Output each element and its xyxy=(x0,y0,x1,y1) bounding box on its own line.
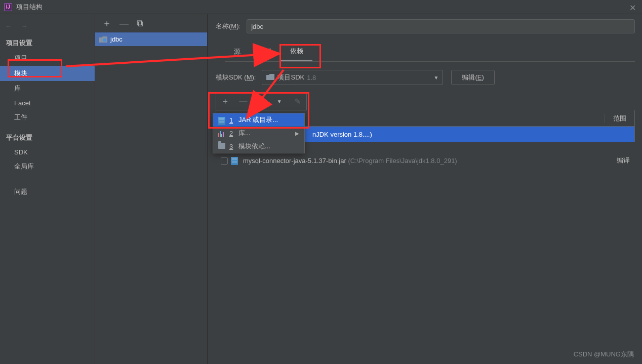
titlebar: IJ 项目结构 ✕ xyxy=(0,0,642,14)
name-row: 名称(M): xyxy=(216,19,635,33)
module-item-label: jdbc xyxy=(110,35,123,43)
add-dependency-popup: 1 JAR 或目录... 2 库... ▶ 3 模块依赖... xyxy=(213,113,305,153)
tab-paths[interactable]: 路径 xyxy=(250,43,281,61)
content: ← → 项目设置 项目 模块 库 Facet 工件 平台设置 SDK 全局库 问… xyxy=(0,14,642,364)
nav-item-project[interactable]: 项目 xyxy=(0,51,95,66)
popup-item-jar[interactable]: 1 JAR 或目录... xyxy=(213,113,304,127)
tab-sources[interactable]: 源 xyxy=(225,43,250,61)
popup-item-library[interactable]: 2 库... ▶ xyxy=(213,127,304,140)
dep-row-text: nJDK version 1.8....) xyxy=(312,131,629,138)
header-scope: 范围 xyxy=(604,114,634,123)
nav-section-project: 项目设置 xyxy=(0,35,95,51)
module-list-panel: ＋ — ⧉ jdbc xyxy=(95,14,208,364)
dependency-list-2: mysql-connector-java-5.1.37-bin.jar (C:\… xyxy=(216,153,635,168)
nav-item-issues[interactable]: 问题 xyxy=(0,184,95,199)
dependency-toolbar: ＋ — ▲ ▼ ✎ xyxy=(216,92,307,110)
module-icon xyxy=(218,143,225,150)
sdk-row: 模块SDK (M): 项目SDK 1.8 ▼ 编辑(E) xyxy=(216,70,635,85)
popup-item-module-dep[interactable]: 3 模块依赖... xyxy=(213,140,304,153)
chevron-down-icon: ▼ xyxy=(434,75,439,80)
nav-item-sdk[interactable]: SDK xyxy=(0,145,95,159)
nav-item-libraries[interactable]: 库 xyxy=(0,81,95,96)
chevron-right-icon: ▶ xyxy=(295,131,299,136)
watermark: CSDN @MUNG东隅 xyxy=(574,350,634,359)
svg-rect-0 xyxy=(103,38,106,42)
nav-item-global-libs[interactable]: 全局库 xyxy=(0,159,95,174)
nav-history: ← → xyxy=(0,18,95,35)
nav-back-icon[interactable]: ← xyxy=(5,22,12,30)
nav-forward-icon[interactable]: → xyxy=(21,22,27,30)
module-item-jdbc[interactable]: jdbc xyxy=(95,32,207,46)
jar-icon xyxy=(218,116,225,124)
module-toolbar: ＋ — ⧉ xyxy=(95,14,207,32)
popup-item-num: 2 xyxy=(229,130,234,137)
dep-export-checkbox[interactable] xyxy=(221,156,231,165)
popup-item-num: 1 xyxy=(229,116,234,124)
dep-down-icon[interactable]: ▼ xyxy=(270,93,289,110)
module-copy-icon[interactable]: ⧉ xyxy=(133,19,147,28)
library-icon xyxy=(218,130,225,137)
nav-item-modules[interactable]: 模块 xyxy=(0,66,95,81)
module-settings-pane: 名称(M): 源 路径 依赖 模块SDK (M): 项目SDK 1.8 ▼ 编辑… xyxy=(208,14,642,364)
tabs: 源 路径 依赖 xyxy=(225,43,635,62)
nav-item-facet[interactable]: Facet xyxy=(0,96,95,110)
dep-edit-icon[interactable]: ✎ xyxy=(288,93,306,110)
module-name-input[interactable] xyxy=(247,19,635,33)
close-icon[interactable]: ✕ xyxy=(629,3,636,13)
dep-add-icon[interactable]: ＋ xyxy=(216,93,234,110)
folder-icon xyxy=(266,73,274,82)
sdk-select-dim: 1.8 xyxy=(307,74,316,82)
folder-icon xyxy=(99,36,107,43)
dep-remove-icon[interactable]: — xyxy=(234,93,253,110)
sdk-select[interactable]: 项目SDK 1.8 ▼ xyxy=(262,70,443,85)
nav-item-artifacts[interactable]: 工件 xyxy=(0,110,95,125)
name-label: 名称(M): xyxy=(216,22,240,31)
sdk-select-text: 项目SDK xyxy=(277,73,304,82)
tab-dependencies[interactable]: 依赖 xyxy=(281,43,312,61)
module-add-icon[interactable]: ＋ xyxy=(98,19,115,28)
window-title: 项目结构 xyxy=(16,3,43,12)
popup-item-label: 模块依赖... xyxy=(238,142,270,151)
popup-item-num: 3 xyxy=(229,143,234,150)
dependency-row[interactable]: mysql-connector-java-5.1.37-bin.jar (C:\… xyxy=(216,153,635,168)
app-icon: IJ xyxy=(4,3,12,11)
module-remove-icon[interactable]: — xyxy=(115,19,133,28)
nav-section-platform: 平台设置 xyxy=(0,130,95,145)
popup-item-label: JAR 或目录... xyxy=(238,115,278,125)
jar-icon xyxy=(231,156,239,165)
dep-up-icon[interactable]: ▲ xyxy=(252,93,270,110)
dep-row-text: mysql-connector-java-5.1.37-bin.jar (C:\… xyxy=(243,157,605,165)
edit-sdk-button[interactable]: 编辑(E) xyxy=(451,70,494,85)
sdk-label: 模块SDK (M): xyxy=(216,73,256,82)
dep-row-scope[interactable]: 编译 xyxy=(605,156,630,165)
popup-item-label: 库... xyxy=(238,129,251,138)
left-nav: ← → 项目设置 项目 模块 库 Facet 工件 平台设置 SDK 全局库 问… xyxy=(0,14,95,364)
